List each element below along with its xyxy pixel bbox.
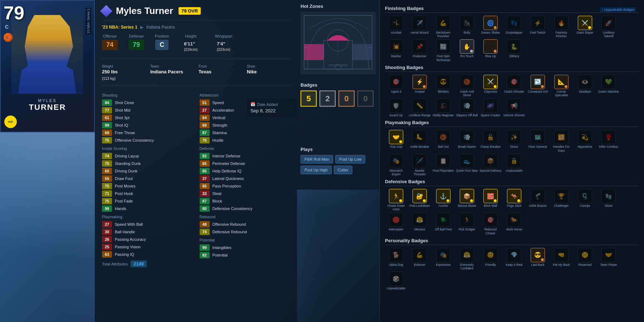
badge-item-amped[interactable]: ⚡Amped [409,75,431,97]
badge-item-unpredictable[interactable]: 🎲Unpredictable [385,272,407,290]
badge-item-clamp-breaker[interactable]: 🔓Clamp Breaker [479,130,502,152]
badge-item-ankle-braces[interactable]: 🦿Ankle Braces [527,189,549,211]
badge-item-anchor[interactable]: ⚓Anchor [432,189,454,211]
badge-item-fearless-finisher[interactable]: 🔥Fearless Finisher [550,16,572,38]
badge-item-brick-wall[interactable]: 🧱Brick Wall [479,189,502,211]
badge-item-slippery-off-ball[interactable]: 💨Slippery Off Ball [456,98,478,117]
badge-item-reserved[interactable]: 🤫Reserved [574,248,596,270]
badge-icon: 🔓 [483,130,498,144]
badge-item-boxout-beast[interactable]: 📦Boxout Beast [456,189,478,211]
badge-item-rise-up[interactable]: ↑Rise Up [479,39,502,62]
badge-item-clutch-shooter[interactable]: 🎯Clutch Shooter [503,75,525,97]
play-pr-roll[interactable]: P&R Roll Man [301,155,333,164]
badge-item-guard-up[interactable]: 🛡️Guard Up [385,98,407,117]
badge-item-chase-down-artist[interactable]: 🏃Chase Down Artist [385,189,407,211]
badge-item-friendly[interactable]: 😊Friendly [479,248,502,270]
badge-item-agent-3[interactable]: 🎯Agent 3 [385,75,407,97]
badge-item-fast-twitch[interactable]: ⚡Fast Twitch [527,16,549,38]
badge-item-alpha-dog[interactable]: 🐕Alpha Dog [385,248,407,270]
badge-item-green-machine[interactable]: 💚Green Machine [597,75,620,97]
badge-item-backdown-punisher[interactable]: 💪Backdown Punisher [432,16,454,38]
badge-label: Guard Up [390,113,403,117]
badge-item-giant-slayer[interactable]: ⚔️Giant Slayer [574,16,596,38]
badge-item-dropstepper[interactable]: 👣Dropstepper [503,16,525,38]
stat-row: 61Shot 3pt [102,114,192,121]
badge-item-pogo-stick[interactable]: 🦘Pogo Stick [503,189,525,211]
play-post-up-high[interactable]: Post Up High [301,166,332,174]
badge-item-post-spin-technician[interactable]: 🔄Post Spin Technician [432,39,454,62]
athleticism-label: Athleticism [200,93,290,97]
badge-item-off-ball-pest[interactable]: 🪲Off Ball Pest [432,213,454,235]
badge-item-floor-general[interactable]: 🗺️Floor General [527,130,549,152]
stat-badge: 27 [200,107,210,113]
card-name: MYLES TURNER [1,98,94,112]
badge-item-posterizer[interactable]: 📌Posterizer [409,39,431,62]
badge-label: Reserved [579,263,591,267]
badge-item-ankle-breaker[interactable]: 🦶Ankle Breaker [409,130,431,152]
badge-item-masher[interactable]: 💥Masher [385,39,407,62]
badge-item-menace[interactable]: 😤Menace [409,213,431,235]
badge-item-clamps[interactable]: 🗜️Clamps [574,189,596,211]
card-series: '23 NBA: Series 1 [86,8,91,35]
badge-item-pro-touch[interactable]: ✋Pro Touch [456,39,478,62]
badge-item-pat-my-back[interactable]: 🤜Pat My Back [550,248,572,270]
plays-buttons[interactable]: P&R Roll Man Post Up Low Post Up High Cu… [301,155,376,174]
stat-row: 60Driving Dunk [102,168,192,174]
play-cutter[interactable]: Cutter [334,166,352,174]
badge-item-challenger[interactable]: 🏆Challenger [550,189,572,211]
badge-item-middy-magician[interactable]: 🎩Middy Magician [432,98,454,117]
badge-item-expressive[interactable]: 🎭Expressive [432,248,454,270]
badge-item-space-creator[interactable]: 🌌Space Creator [479,98,502,117]
badge-item-post-playmaker[interactable]: 📋Post Playmaker [432,154,454,176]
badge-item-killer-combos[interactable]: 🥊Killer Combos [597,130,620,152]
badge-item-rebound-chaser[interactable]: 🎯Rebound Chaser [479,213,502,235]
badge-item-catch-and-shoot[interactable]: 🏀Catch And Shoot [456,75,478,97]
badge-item-ball-out[interactable]: 🏀Ball Out [432,130,454,152]
badge-item-aerial-wizard[interactable]: ✈️Aerial Wizard [409,16,431,38]
badge-label: Posterizer [413,54,426,58]
badge-item-corner-specialist[interactable]: 📐Corner Specialist [550,75,572,97]
badge-item-claymore[interactable]: ⚔️Claymore [479,75,502,97]
badge-item-needle-threader[interactable]: 🪡Needle Threader [409,154,431,176]
badge-item-slithery[interactable]: 🐍Slithery [503,39,525,62]
badge-item-comeback-kid[interactable]: ↩️Comeback Kid [527,75,549,97]
badge-item-keep-it-real[interactable]: 💎Keep It Real [503,248,525,270]
stat-row: 84Shot Close [102,99,192,106]
badge-item-glove[interactable]: 🧤Glove [597,189,620,211]
badge-item-team-player[interactable]: 🤝Team Player [597,248,620,270]
badge-item-interceptor[interactable]: 🛑Interceptor [385,213,407,235]
badge-item-acrobat[interactable]: 🤸Acrobat [385,16,407,38]
badge-item-dimer[interactable]: ✨Dimer [503,130,525,152]
badge-icon: 💚 [601,75,616,89]
badge-label: Interceptor [389,228,404,231]
badge-item-vice-grip[interactable]: 🤝Vice Grip [385,130,407,152]
badge-item-dream-shake[interactable]: 🌀Dream Shake [479,16,502,38]
stat-name: Strength [213,123,228,127]
player-diamond-icon [100,5,112,17]
stat-badge: 25 [102,244,112,250]
badge-label: Giant Slayer [577,31,594,34]
badge-item-quick-first-step[interactable]: 👟Quick First Step [456,154,478,176]
stat-row: 65Pass Perception [200,183,290,189]
badge-item-blinders[interactable]: 😎Blinders [432,75,454,97]
badge-icon: 🔄 [436,39,450,54]
badge-item-volume-shooter[interactable]: 📢Volume Shooter [503,98,525,117]
badge-item-post-lockdown[interactable]: 🔐Post Lockdown [409,189,431,211]
badge-item-extremely-confident[interactable]: 😤Extremely Confident [456,248,478,270]
badge-item-limitless-takeoff[interactable]: 🚀Limitless Takeoff [597,16,620,38]
badge-item-hyperdrive[interactable]: 💫Hyperdrive [574,130,596,152]
badge-item-bully[interactable]: 🦍Bully [456,16,478,38]
badge-item-limitless-range[interactable]: 📏Limitless Range [409,98,431,117]
badge-item-special-delivery[interactable]: 📦Special Delivery [479,154,502,176]
badge-item-enforcer[interactable]: 💪Enforcer [409,248,431,270]
badge-item-break-starter[interactable]: 💨Break Starter [456,130,478,152]
badge-item-deadeye[interactable]: 👁️Deadeye [574,75,596,97]
badge-label: Deadeye [579,90,591,93]
badge-item-work-horse[interactable]: 🐎Work Horse [503,213,525,235]
badge-item-pick-dodger[interactable]: 🏃Pick Dodger [456,213,478,235]
play-post-up-low[interactable]: Post Up Low [335,155,365,164]
badge-item-laid-back[interactable]: 😎Laid Back [527,248,549,270]
badge-item-unpluckable[interactable]: 🔒Unpluckable [503,154,525,176]
badge-item-handles-for-days[interactable]: 🔁Handles For Days [550,130,572,152]
badge-item-mismatch-expert[interactable]: 🎭Mismatch Expert [385,154,407,176]
